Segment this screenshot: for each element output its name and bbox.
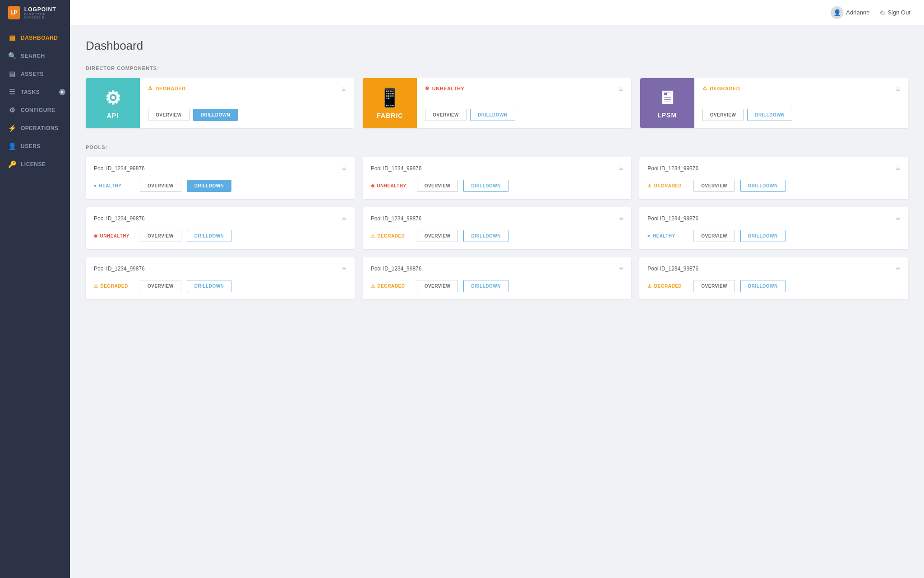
- pool-menu-icon-3[interactable]: ≡: [342, 214, 346, 223]
- pool-drilldown-button-6[interactable]: DRILLDOWN: [187, 280, 232, 292]
- pool-status-icon-8: ⚠: [647, 284, 652, 289]
- logo-text-wrap: LOGPOINT DIRECTOR CONSOLE: [24, 6, 62, 19]
- license-icon: 🔑: [8, 160, 16, 168]
- pool-card-top-4: Pool ID_1234_99876 ≡: [371, 214, 624, 223]
- fabric-top: ⊗ UNHEALTHY ≡: [425, 85, 623, 93]
- pool-overview-button-1[interactable]: OVERVIEW: [417, 180, 458, 192]
- pools-grid: Pool ID_1234_99876 ≡ ♥ HEALTHY OVERVIEW …: [86, 157, 908, 299]
- tasks-icon: ☰: [8, 88, 16, 96]
- pool-overview-button-7[interactable]: OVERVIEW: [417, 280, 458, 292]
- pool-status-icon-7: ⚠: [371, 284, 375, 289]
- tasks-badge: ✱: [59, 89, 65, 95]
- pool-menu-icon-2[interactable]: ≡: [896, 164, 900, 172]
- pool-menu-icon-6[interactable]: ≡: [342, 265, 346, 273]
- pool-drilldown-button-5[interactable]: DRILLDOWN: [740, 230, 785, 242]
- search-icon: 🔍: [8, 52, 16, 60]
- pool-status-text-6: DEGRADED: [101, 284, 128, 289]
- pool-status-icon-5: ♥: [647, 233, 650, 238]
- logo-icon: LP: [8, 6, 20, 19]
- pool-overview-button-0[interactable]: OVERVIEW: [140, 180, 181, 192]
- pool-card-bottom-3: ⊗ UNHEALTHY OVERVIEW DRILLDOWN: [94, 230, 346, 242]
- pool-card-0: Pool ID_1234_99876 ≡ ♥ HEALTHY OVERVIEW …: [86, 157, 355, 199]
- sidebar-item-configure[interactable]: ⚙ CONFIGURE: [0, 101, 70, 119]
- pool-menu-icon-7[interactable]: ≡: [619, 265, 623, 273]
- pool-drilldown-button-7[interactable]: DRILLDOWN: [463, 280, 508, 292]
- sign-out-button[interactable]: ⎋ Sign Out: [880, 9, 910, 17]
- pool-id-3: Pool ID_1234_99876: [94, 215, 145, 222]
- lpsm-overview-button[interactable]: OVERVIEW: [702, 109, 744, 121]
- pool-card-bottom-6: ⚠ DEGRADED OVERVIEW DRILLDOWN: [94, 280, 346, 292]
- sidebar-item-tasks[interactable]: ☰ TASKS ✱: [0, 83, 70, 101]
- fabric-menu-icon[interactable]: ≡: [619, 85, 623, 93]
- sign-out-label: Sign Out: [887, 9, 910, 16]
- pool-drilldown-button-1[interactable]: DRILLDOWN: [463, 180, 508, 192]
- pool-menu-icon-0[interactable]: ≡: [342, 164, 346, 172]
- sidebar-label-license: LICENSE: [21, 161, 46, 168]
- pool-id-5: Pool ID_1234_99876: [647, 215, 698, 222]
- fabric-overview-button[interactable]: OVERVIEW: [425, 109, 467, 121]
- api-status: ⚠ DEGRADED: [148, 85, 185, 91]
- pool-menu-icon-1[interactable]: ≡: [619, 164, 623, 172]
- operations-icon: ⚡: [8, 124, 16, 132]
- pool-card-bottom-2: ⚠ DEGRADED OVERVIEW DRILLDOWN: [647, 180, 900, 192]
- pool-card-top-6: Pool ID_1234_99876 ≡: [94, 265, 346, 273]
- lpsm-status-text: DEGRADED: [710, 86, 740, 91]
- pool-overview-button-4[interactable]: OVERVIEW: [417, 230, 458, 242]
- app-subtitle: DIRECTOR CONSOLE: [24, 13, 62, 19]
- pool-card-3: Pool ID_1234_99876 ≡ ⊗ UNHEALTHY OVERVIE…: [86, 207, 355, 249]
- pool-status-text-3: UNHEALTHY: [100, 233, 129, 238]
- lpsm-drilldown-button[interactable]: DRILLDOWN: [747, 109, 792, 121]
- pool-menu-icon-5[interactable]: ≡: [896, 214, 900, 223]
- sidebar-label-tasks: TASKS: [21, 89, 40, 95]
- pool-drilldown-button-4[interactable]: DRILLDOWN: [463, 230, 508, 242]
- users-icon: 👤: [8, 142, 16, 150]
- api-overview-button[interactable]: OVERVIEW: [148, 109, 189, 121]
- pool-card-bottom-4: ⚠ DEGRADED OVERVIEW DRILLDOWN: [371, 230, 624, 242]
- api-status-text: DEGRADED: [156, 86, 186, 91]
- pool-status-icon-4: ⚠: [371, 233, 375, 238]
- lpsm-icon-area: 🖥 LPSM: [640, 78, 694, 128]
- pool-drilldown-button-0[interactable]: DRILLDOWN: [187, 180, 232, 192]
- pool-status-1: ⊗ UNHEALTHY: [371, 183, 411, 188]
- pool-status-icon-0: ♥: [94, 183, 97, 188]
- pool-status-5: ♥ HEALTHY: [647, 233, 688, 238]
- pool-overview-button-8[interactable]: OVERVIEW: [693, 280, 735, 292]
- sidebar-item-search[interactable]: 🔍 SEARCH: [0, 47, 70, 65]
- fabric-drilldown-button[interactable]: DRILLDOWN: [470, 109, 515, 121]
- pool-card-top-2: Pool ID_1234_99876 ≡: [647, 164, 900, 172]
- pool-overview-button-5[interactable]: OVERVIEW: [693, 230, 735, 242]
- sidebar-item-operations[interactable]: ⚡ OPERATIONS: [0, 119, 70, 137]
- pool-menu-icon-8[interactable]: ≡: [896, 265, 900, 273]
- pool-status-0: ♥ HEALTHY: [94, 183, 134, 188]
- pool-drilldown-button-2[interactable]: DRILLDOWN: [740, 180, 785, 192]
- sidebar-item-assets[interactable]: ▤ ASSETS: [0, 65, 70, 83]
- fabric-icon-area: 📱 FABRIC: [363, 78, 417, 128]
- pool-overview-button-6[interactable]: OVERVIEW: [140, 280, 181, 292]
- sidebar-item-dashboard[interactable]: ▦ DASHBOARD: [0, 29, 70, 47]
- sidebar-item-users[interactable]: 👤 USERS: [0, 137, 70, 155]
- pool-menu-icon-4[interactable]: ≡: [619, 214, 623, 223]
- lpsm-buttons: OVERVIEW DRILLDOWN: [702, 109, 900, 121]
- logo-area: LP LOGPOINT DIRECTOR CONSOLE: [0, 0, 70, 25]
- user-avatar-icon: 👤: [831, 6, 843, 19]
- sidebar-label-assets: ASSETS: [21, 71, 44, 77]
- pool-status-text-4: DEGRADED: [377, 233, 405, 238]
- pool-status-8: ⚠ DEGRADED: [647, 284, 688, 289]
- api-icon: ⚙: [105, 88, 121, 108]
- api-menu-icon[interactable]: ≡: [342, 85, 346, 93]
- pool-overview-button-3[interactable]: OVERVIEW: [140, 230, 181, 242]
- fabric-icon: 📱: [379, 87, 402, 108]
- pool-card-bottom-8: ⚠ DEGRADED OVERVIEW DRILLDOWN: [647, 280, 900, 292]
- app-name: LOGPOINT: [24, 6, 62, 13]
- pool-card-2: Pool ID_1234_99876 ≡ ⚠ DEGRADED OVERVIEW…: [639, 157, 908, 199]
- pool-drilldown-button-8[interactable]: DRILLDOWN: [740, 280, 785, 292]
- pool-drilldown-button-3[interactable]: DRILLDOWN: [187, 230, 232, 242]
- pool-card-top-8: Pool ID_1234_99876 ≡: [647, 265, 900, 273]
- dashboard-icon: ▦: [8, 34, 16, 42]
- lpsm-status: ⚠ DEGRADED: [702, 85, 740, 91]
- lpsm-menu-icon[interactable]: ≡: [896, 85, 900, 93]
- api-drilldown-button[interactable]: DRILLDOWN: [193, 109, 238, 121]
- pool-overview-button-2[interactable]: OVERVIEW: [693, 180, 735, 192]
- sidebar-item-license[interactable]: 🔑 LICENSE: [0, 155, 70, 173]
- sidebar-label-configure: CONFIGURE: [21, 107, 55, 113]
